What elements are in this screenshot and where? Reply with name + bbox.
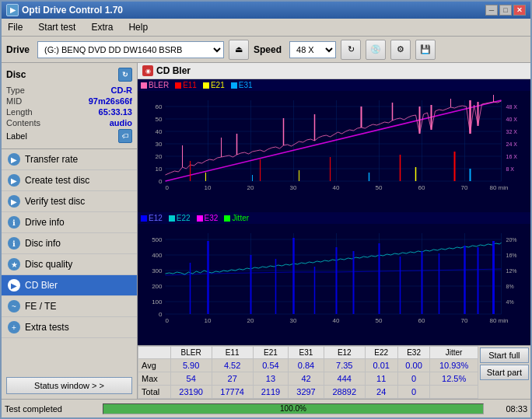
menu-extra[interactable]: Extra	[88, 20, 116, 34]
nav-label-fe-te: FE / TE	[25, 301, 56, 312]
e21-color-swatch	[203, 82, 209, 89]
menu-help[interactable]: Help	[125, 20, 151, 34]
legend-bler-label: BLER	[149, 81, 169, 89]
legend-e22-label: E22	[177, 214, 191, 222]
svg-text:60: 60	[156, 103, 163, 110]
e12-color-swatch	[141, 215, 147, 222]
start-full-button[interactable]: Start full	[480, 347, 529, 363]
drive-select[interactable]: (G:) BENQ DVD DD DW1640 BSRB	[37, 41, 224, 58]
chart-title-bar: ◉ CD Bler	[138, 63, 530, 79]
app-icon: ▶	[6, 4, 19, 16]
nav-item-transfer-rate[interactable]: ▶ Transfer rate	[2, 149, 137, 170]
type-label: Type	[6, 86, 25, 95]
svg-text:10: 10	[205, 317, 212, 324]
nav-item-disc-quality[interactable]: ★ Disc quality	[2, 254, 137, 275]
total-e21: 2119	[253, 386, 289, 399]
total-jitter	[430, 386, 478, 399]
mid-label: MID	[6, 96, 22, 106]
nav-item-cd-bler[interactable]: ▶ CD Bler	[2, 275, 137, 296]
nav-items: ▶ Transfer rate ▶ Create test disc ▶ Ver…	[2, 149, 137, 372]
svg-text:20: 20	[247, 184, 254, 191]
disc-refresh-button[interactable]: ↻	[118, 68, 132, 82]
svg-text:10: 10	[205, 184, 212, 191]
main-window: ▶ Opti Drive Control 1.70 ─ □ ✕ File Sta…	[0, 0, 532, 419]
max-jitter: 12.5%	[430, 372, 478, 386]
nav-item-create-test[interactable]: ▶ Create test disc	[2, 170, 137, 191]
chart-title: CD Bler	[156, 65, 191, 76]
legend-e31-label: E31	[239, 81, 253, 89]
total-e22: 24	[365, 386, 397, 399]
refresh-button[interactable]: ↻	[341, 40, 361, 60]
label-icon-button[interactable]: 🏷	[118, 129, 132, 143]
legend-e32: E32	[197, 214, 219, 222]
max-e31: 42	[289, 372, 324, 386]
nav-item-verify-test[interactable]: ▶ Verify test disc	[2, 191, 137, 212]
nav-label-extra-tests: Extra tests	[25, 322, 69, 333]
svg-text:70: 70	[461, 317, 468, 324]
e22-color-swatch	[169, 215, 175, 222]
menu-file[interactable]: File	[5, 20, 26, 34]
disc-header: Disc ↻	[6, 68, 132, 82]
save-button[interactable]: 💾	[415, 40, 436, 60]
svg-text:10: 10	[156, 166, 163, 173]
contents-value: audio	[110, 118, 132, 127]
disc-info-panel: Disc ↻ Type CD-R MID 97m26s66f Length 65…	[2, 63, 137, 149]
nav-item-drive-info[interactable]: ℹ Drive info	[2, 212, 137, 233]
window-title: Opti Drive Control 1.70	[22, 5, 485, 16]
stats-area: BLER E11 E21 E31 E12 E22 E32 Jitter	[138, 345, 530, 399]
col-header-e11: E11	[212, 347, 253, 359]
svg-text:0: 0	[166, 184, 170, 191]
close-button[interactable]: ✕	[513, 5, 526, 16]
drive-eject-button[interactable]: ⏏	[229, 40, 249, 60]
col-header-e22: E22	[365, 347, 397, 359]
maximize-button[interactable]: □	[499, 5, 512, 16]
minimize-button[interactable]: ─	[485, 5, 498, 16]
statusbar: Test completed 100.0% 08:33	[2, 399, 530, 417]
progress-bar: 100.0%	[103, 403, 484, 414]
drive-info-icon: ℹ	[8, 216, 20, 229]
chart-area: ◉ CD Bler BLER E11	[138, 63, 530, 399]
settings-button[interactable]: ⚙	[390, 40, 411, 60]
menu-start-test[interactable]: Start test	[35, 20, 79, 34]
max-e11: 27	[212, 372, 253, 386]
svg-text:300: 300	[152, 267, 163, 274]
status-window-button[interactable]: Status window > >	[6, 377, 132, 394]
speed-select[interactable]: 48 X	[289, 41, 336, 58]
start-part-button[interactable]: Start part	[480, 365, 529, 380]
transfer-rate-icon: ▶	[8, 153, 20, 166]
e31-color-swatch	[231, 82, 237, 89]
nav-item-extra-tests[interactable]: + Extra tests	[2, 317, 137, 338]
svg-text:0: 0	[166, 317, 170, 324]
nav-item-fe-te[interactable]: ~ FE / TE	[2, 296, 137, 317]
svg-text:500: 500	[152, 236, 163, 243]
svg-text:30: 30	[156, 141, 163, 148]
svg-text:30: 30	[290, 317, 297, 324]
svg-text:0: 0	[159, 178, 163, 185]
bler-color-swatch	[141, 82, 147, 89]
disc-label-row: Label 🏷	[6, 128, 132, 144]
nav-label-verify-test: Verify test disc	[25, 196, 85, 207]
type-value: CD-R	[111, 86, 133, 95]
max-e21: 13	[253, 372, 289, 386]
svg-text:60: 60	[418, 184, 425, 191]
window-controls: ─ □ ✕	[485, 5, 526, 16]
nav-item-disc-info[interactable]: ℹ Disc info	[2, 233, 137, 254]
cd-bler-icon: ▶	[8, 279, 20, 292]
disc-button[interactable]: 💿	[366, 40, 386, 60]
col-header-e21: E21	[253, 347, 289, 359]
col-header-e31: E31	[289, 347, 324, 359]
svg-text:30: 30	[290, 184, 297, 191]
speed-label: Speed	[254, 44, 282, 55]
avg-e22: 0.01	[365, 359, 397, 372]
total-e12: 28892	[324, 386, 365, 399]
nav-label-create-test: Create test disc	[25, 175, 89, 186]
avg-label: Avg	[138, 359, 171, 372]
legend-e32-label: E32	[205, 214, 219, 222]
toolbar: Drive (G:) BENQ DVD DD DW1640 BSRB ⏏ Spe…	[2, 37, 530, 63]
avg-jitter: 10.93%	[430, 359, 478, 372]
total-bler: 23190	[170, 386, 212, 399]
svg-text:8%: 8%	[506, 284, 514, 289]
svg-text:16 X: 16 X	[506, 154, 518, 159]
svg-text:40: 40	[156, 128, 163, 135]
length-label: Length	[6, 107, 33, 117]
